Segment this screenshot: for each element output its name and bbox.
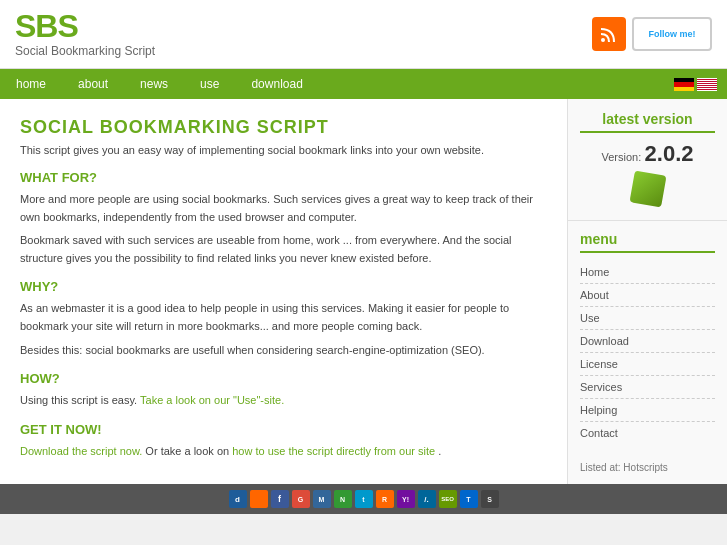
logo-area: SBS Social Bookmarking Script bbox=[15, 10, 155, 58]
nav-item-use[interactable]: use bbox=[184, 69, 235, 99]
what-for-para2: Bookmark saved with such services are us… bbox=[20, 232, 547, 267]
use-script-link[interactable]: how to use the script directly from our … bbox=[232, 445, 435, 457]
nav-links: home about news use download bbox=[0, 69, 319, 99]
svg-point-0 bbox=[601, 38, 605, 42]
nav-item-download[interactable]: download bbox=[235, 69, 318, 99]
what-for-para1: More and more people are using social bo… bbox=[20, 191, 547, 226]
sidebar-item-download[interactable]: Download bbox=[580, 330, 715, 353]
nav-item-news[interactable]: news bbox=[124, 69, 184, 99]
nav-item-home[interactable]: home bbox=[0, 69, 62, 99]
header: SBS Social Bookmarking Script Follow me! bbox=[0, 0, 727, 69]
sidebar: latest version Version: 2.0.2 menu Home … bbox=[567, 99, 727, 484]
version-label: Version: bbox=[601, 151, 641, 163]
sidebar-item-home[interactable]: Home bbox=[580, 261, 715, 284]
sidebar-item-use[interactable]: Use bbox=[580, 307, 715, 330]
footer-icon-newsvine[interactable]: N bbox=[334, 490, 352, 508]
version-icon-shape bbox=[629, 170, 666, 207]
navigation: home about news use download bbox=[0, 69, 727, 99]
download-script-link[interactable]: Download the script now. bbox=[20, 445, 142, 457]
rss-icon[interactable] bbox=[592, 17, 626, 51]
page-title: SOCIAL BOOKMARKING SCRIPT bbox=[20, 117, 547, 138]
latest-version-box: latest version Version: 2.0.2 bbox=[568, 99, 727, 221]
flag-us[interactable] bbox=[697, 78, 717, 91]
get-text-end: . bbox=[438, 445, 441, 457]
footer-icon-reddit[interactable]: R bbox=[376, 490, 394, 508]
how-text-before: Using this script is easy. bbox=[20, 394, 137, 406]
why-para1: As an webmaster it is a good idea to hel… bbox=[20, 300, 547, 335]
main-content: SOCIAL BOOKMARKING SCRIPT This script gi… bbox=[0, 99, 567, 484]
footer-icon-technorati[interactable]: T bbox=[460, 490, 478, 508]
sidebar-item-contact[interactable]: Contact bbox=[580, 422, 715, 444]
get-text-middle: Or take a look on bbox=[145, 445, 232, 457]
footer-icon-google[interactable]: G bbox=[292, 490, 310, 508]
section-title-get-it: GET IT NOW! bbox=[20, 422, 547, 437]
flag-de[interactable] bbox=[674, 78, 694, 91]
intro-text: This script gives you an easy way of imp… bbox=[20, 144, 547, 156]
latest-version-title: latest version bbox=[580, 111, 715, 133]
sidebar-menu: menu Home About Use Download License Ser… bbox=[568, 221, 727, 454]
footer-icon-myspace[interactable]: M bbox=[313, 490, 331, 508]
footer-icon-delicious[interactable]: d bbox=[229, 490, 247, 508]
sidebar-item-license[interactable]: License bbox=[580, 353, 715, 376]
sidebar-item-services[interactable]: Services bbox=[580, 376, 715, 399]
footer-icon-facebook[interactable]: f bbox=[271, 490, 289, 508]
footer-icon-yahoo[interactable]: Y! bbox=[397, 490, 415, 508]
sidebar-item-about[interactable]: About bbox=[580, 284, 715, 307]
sidebar-menu-title: menu bbox=[580, 231, 715, 253]
footer-icon-digg[interactable]: ​ bbox=[250, 490, 268, 508]
logo: SBS bbox=[15, 10, 155, 42]
footer-icon-seo[interactable]: SEO bbox=[439, 490, 457, 508]
version-display: Version: 2.0.2 bbox=[580, 141, 715, 167]
section-title-why: WHY? bbox=[20, 279, 547, 294]
listed-at: Listed at: Hotscripts bbox=[568, 454, 727, 481]
how-text: Using this script is easy. Take a look o… bbox=[20, 392, 547, 410]
footer-icons-bar: d ​ f G M N t R Y! /. SEO T S bbox=[0, 484, 727, 514]
sidebar-item-helping[interactable]: Helping bbox=[580, 399, 715, 422]
section-title-how: HOW? bbox=[20, 371, 547, 386]
footer-icon-twitter[interactable]: t bbox=[355, 490, 373, 508]
header-icons: Follow me! bbox=[592, 17, 712, 51]
version-icon bbox=[580, 173, 715, 208]
why-para2: Besides this: social bookmarks are usefu… bbox=[20, 342, 547, 360]
footer-icon-stumbleupon[interactable]: S bbox=[481, 490, 499, 508]
version-number: 2.0.2 bbox=[645, 141, 694, 166]
logo-subtitle: Social Bookmarking Script bbox=[15, 44, 155, 58]
follow-me-button[interactable]: Follow me! bbox=[632, 17, 712, 51]
how-link[interactable]: Take a look on our "Use"-site. bbox=[140, 394, 284, 406]
section-title-what-for: WHAT FOR? bbox=[20, 170, 547, 185]
language-flags bbox=[674, 78, 727, 91]
content-wrapper: SOCIAL BOOKMARKING SCRIPT This script gi… bbox=[0, 99, 727, 484]
nav-item-about[interactable]: about bbox=[62, 69, 124, 99]
footer-icon-slashdot[interactable]: /. bbox=[418, 490, 436, 508]
get-it-text: Download the script now. Or take a look … bbox=[20, 443, 547, 461]
